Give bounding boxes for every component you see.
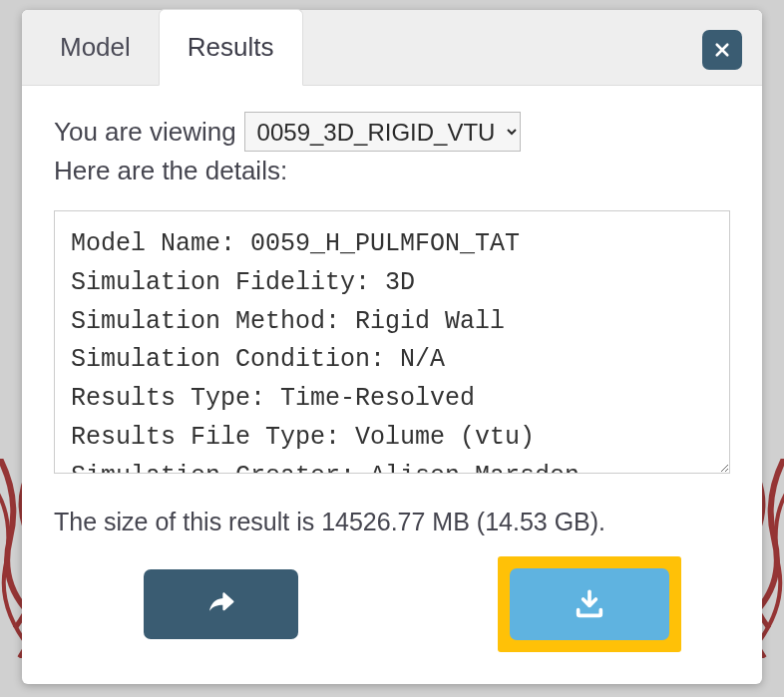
- viewing-line: You are viewing 0059_3D_RIGID_VTU: [54, 112, 730, 152]
- details-textarea[interactable]: Model Name: 0059_H_PULMFON_TAT Simulatio…: [54, 210, 730, 474]
- download-icon: [573, 587, 606, 621]
- viewing-label: You are viewing: [54, 117, 236, 148]
- actions-row: [54, 556, 730, 652]
- modal-header: Model Results: [22, 10, 762, 86]
- results-modal: Model Results You are viewing 0059_3D_RI…: [22, 10, 762, 684]
- tab-results[interactable]: Results: [159, 9, 303, 86]
- download-highlight-ring: [498, 556, 681, 652]
- share-button[interactable]: [144, 569, 298, 639]
- result-size-text: The size of this result is 14526.77 MB (…: [54, 508, 730, 536]
- modal-body: You are viewing 0059_3D_RIGID_VTU Here a…: [22, 86, 762, 684]
- tabs-row: Model Results: [22, 10, 762, 85]
- details-label: Here are the details:: [54, 156, 730, 186]
- close-button[interactable]: [702, 30, 742, 70]
- download-button[interactable]: [510, 568, 669, 640]
- result-select[interactable]: 0059_3D_RIGID_VTU: [244, 112, 521, 152]
- close-icon: [713, 41, 731, 59]
- share-icon: [205, 588, 237, 620]
- tab-model[interactable]: Model: [32, 10, 159, 85]
